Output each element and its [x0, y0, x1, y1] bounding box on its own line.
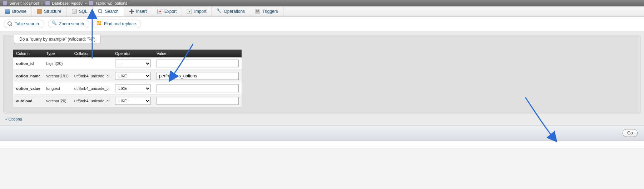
tab-label: Search — [105, 9, 119, 14]
th-value: Value — [154, 50, 242, 57]
tab-label: Operations — [224, 9, 245, 14]
subtab-label: Find and replace — [104, 21, 136, 26]
tab-search[interactable]: Search — [93, 6, 124, 16]
cell-type: bigint(20) — [43, 57, 71, 70]
operator-select[interactable]: = — [115, 60, 151, 67]
breadcrumb-server-value[interactable]: localhost — [23, 1, 39, 5]
breadcrumb-sep: » — [41, 1, 43, 5]
cell-collation: utf8mb4_unicode_ci — [71, 82, 112, 95]
th-collation: Collation — [71, 50, 112, 57]
sub-tabs: Table search Zoom search Find and replac… — [0, 17, 644, 31]
server-icon — [3, 1, 7, 5]
tab-structure[interactable]: Structure — [32, 6, 67, 16]
breadcrumb: Server: localhost » Database: wpdev » Ta… — [0, 0, 644, 6]
tab-label: Browse — [12, 9, 26, 14]
structure-icon — [37, 9, 42, 14]
subtab-table-search[interactable]: Table search — [4, 20, 44, 28]
tab-triggers[interactable]: Triggers — [250, 6, 283, 16]
tab-label: Import — [194, 9, 206, 14]
value-input[interactable] — [157, 72, 239, 80]
go-button[interactable]: Go — [623, 129, 638, 137]
tab-browse[interactable]: Browse — [0, 6, 32, 16]
options-toggle[interactable]: + Options — [5, 117, 22, 121]
table-icon — [89, 1, 93, 5]
database-icon — [45, 1, 50, 5]
tab-operations[interactable]: Operations — [212, 6, 250, 16]
panel-legend: Do a "query by example" (wildcard: "%") — [14, 35, 101, 44]
top-tabs: Browse Structure SQL Search ➕ Insert Exp… — [0, 6, 644, 17]
tab-label: Insert — [136, 9, 147, 14]
breadcrumb-server-label: Server: — [9, 1, 22, 5]
tab-import[interactable]: Import — [182, 6, 212, 16]
cell-type: varchar(20) — [43, 95, 71, 107]
table-row: autoload varchar(20) utf8mb4_unicode_ci … — [13, 95, 242, 107]
sql-icon — [72, 9, 77, 14]
operator-select[interactable]: LIKE — [115, 85, 151, 92]
tab-label: Structure — [44, 9, 61, 14]
th-operator: Operator — [112, 50, 154, 57]
value-input[interactable] — [157, 60, 239, 67]
table-row: option_value longtext utf8mb4_unicode_ci… — [13, 82, 242, 95]
cell-collation — [71, 57, 112, 70]
qbe-panel: Do a "query by example" (wildcard: "%") … — [4, 35, 640, 113]
triggers-icon — [255, 9, 260, 14]
breadcrumb-table-label: Table: — [95, 1, 106, 5]
table-row: option_id bigint(20) = — [13, 57, 242, 70]
tab-insert[interactable]: ➕ Insert — [124, 6, 152, 16]
cell-column: option_id — [13, 57, 43, 70]
browse-icon — [5, 9, 10, 14]
cell-collation: utf8mb4_unicode_ci — [71, 70, 112, 82]
subtab-label: Table search — [15, 21, 39, 26]
import-icon — [187, 9, 192, 14]
subtab-zoom-search[interactable]: Zoom search — [48, 20, 89, 28]
tab-label: Export — [164, 9, 177, 14]
operator-select[interactable]: LIKE — [115, 97, 151, 105]
zoom-icon — [52, 21, 57, 26]
th-column: Column — [13, 50, 43, 57]
subtab-find-replace[interactable]: Find and replace — [93, 20, 141, 28]
value-input[interactable] — [157, 85, 239, 92]
content-area: Do a "query by example" (wildcard: "%") … — [0, 31, 644, 125]
tab-sql[interactable]: SQL — [67, 6, 93, 16]
insert-icon: ➕ — [129, 9, 134, 14]
cell-type: longtext — [43, 82, 71, 95]
cell-column: autoload — [13, 95, 43, 107]
operations-icon — [217, 9, 222, 14]
tab-label: Triggers — [262, 9, 278, 14]
footer-bar: Go — [0, 125, 644, 141]
cell-collation: utf8mb4_unicode_ci — [71, 95, 112, 107]
search-icon — [8, 21, 13, 26]
cell-column: option_name — [13, 70, 43, 82]
operator-select[interactable]: LIKE — [115, 72, 151, 80]
cell-type: varchar(191) — [43, 70, 71, 82]
search-icon — [98, 9, 103, 14]
tab-export[interactable]: Export — [152, 6, 182, 16]
replace-icon — [97, 21, 102, 26]
th-type: Type — [43, 50, 71, 57]
cell-column: option_value — [13, 82, 43, 95]
breadcrumb-database-label: Database: — [52, 1, 70, 5]
table-row: option_name varchar(191) utf8mb4_unicode… — [13, 70, 242, 82]
qbe-table: Column Type Collation Operator Value opt… — [13, 50, 242, 107]
breadcrumb-table-value[interactable]: wp_options — [107, 1, 127, 5]
breadcrumb-sep: » — [85, 1, 87, 5]
export-icon — [157, 9, 162, 14]
value-input[interactable] — [157, 97, 239, 105]
subtab-label: Zoom search — [59, 21, 84, 26]
tab-label: SQL — [79, 9, 88, 14]
breadcrumb-database-value[interactable]: wpdev — [71, 1, 83, 5]
